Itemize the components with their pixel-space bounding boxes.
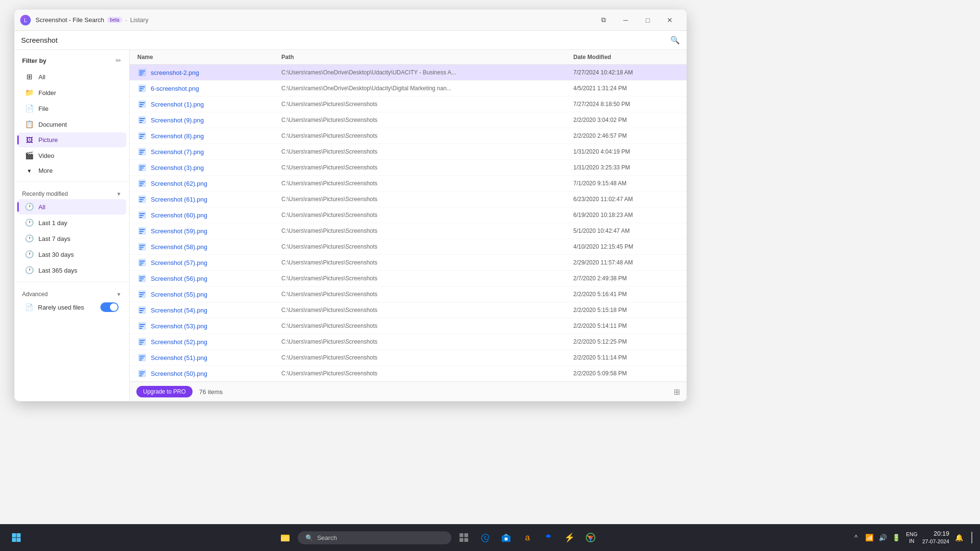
taskbar-chrome-icon[interactable]: [582, 529, 599, 546]
sidebar-item-folder[interactable]: 📁 Folder: [17, 85, 126, 100]
maximize-button[interactable]: □: [637, 12, 659, 28]
windows-start-button[interactable]: [8, 529, 25, 546]
sidebar-item-all-label: All: [38, 73, 45, 81]
table-row[interactable]: Screenshot (51).pngC:\Users\rames\Pictur…: [130, 350, 687, 366]
table-row[interactable]: Screenshot (60).pngC:\Users\rames\Pictur…: [130, 207, 687, 223]
svg-rect-15: [139, 122, 142, 123]
recently-modified-365days[interactable]: 🕐 Last 365 days: [17, 263, 126, 278]
result-date-cell: 2/2/2020 5:14:11 PM: [573, 323, 679, 329]
result-name-cell: Screenshot (60).png: [137, 210, 281, 220]
result-path-cell: C:\Users\rames\Pictures\Screenshots: [281, 164, 573, 171]
language-indicator[interactable]: ENG IN: [906, 531, 918, 545]
video-icon: 🎬: [25, 151, 34, 160]
recently-modified-1day-label: Last 1 day: [38, 219, 67, 227]
recently-modified-30days[interactable]: 🕐 Last 30 days: [17, 247, 126, 262]
result-date-cell: 2/2/2020 5:11:14 PM: [573, 354, 679, 361]
result-path-cell: C:\Users\rames\Pictures\Screenshots: [281, 291, 573, 298]
recently-modified-toggle[interactable]: ▼: [116, 191, 121, 197]
taskbar-task-view[interactable]: [455, 529, 472, 546]
result-name-cell: Screenshot (8).png: [137, 131, 281, 141]
tray-battery-icon[interactable]: 🔋: [892, 533, 901, 542]
recently-modified-7days[interactable]: 🕐 Last 7 days: [17, 231, 126, 246]
close-button[interactable]: ✕: [659, 12, 681, 28]
recently-modified-1day[interactable]: 🕐 Last 1 day: [17, 215, 126, 230]
svg-rect-31: [139, 185, 142, 186]
search-icon[interactable]: 🔍: [670, 36, 680, 45]
grid-view-icon[interactable]: ⊞: [674, 387, 680, 396]
snap-button[interactable]: ⧉: [593, 12, 615, 28]
file-name-text: Screenshot (53).png: [151, 323, 207, 330]
svg-rect-13: [139, 118, 145, 119]
filter-header: Filter by ✏: [14, 57, 129, 69]
taskbar-dropbox-icon[interactable]: [540, 529, 557, 546]
table-row[interactable]: 6-screenshot.pngC:\Users\rames\OneDrive\…: [130, 81, 687, 96]
file-type-icon: [137, 194, 147, 204]
advanced-toggle[interactable]: ▼: [116, 291, 121, 297]
file-name-text: 6-screenshot.png: [151, 85, 199, 92]
table-row[interactable]: Screenshot (62).pngC:\Users\rames\Pictur…: [130, 176, 687, 192]
minimize-button[interactable]: ─: [615, 12, 637, 28]
file-name-text: Screenshot (59).png: [151, 228, 207, 235]
taskbar-explorer-icon[interactable]: [277, 529, 294, 546]
table-row[interactable]: Screenshot (3).pngC:\Users\rames\Picture…: [130, 160, 687, 176]
main-search-input[interactable]: [21, 36, 666, 44]
show-desktop-icon[interactable]: [970, 532, 972, 543]
upgrade-button[interactable]: Upgrade to PRO: [136, 386, 193, 397]
table-row[interactable]: Screenshot (1).pngC:\Users\rames\Picture…: [130, 96, 687, 112]
table-row[interactable]: Screenshot (52).pngC:\Users\rames\Pictur…: [130, 334, 687, 350]
table-row[interactable]: Screenshot (7).pngC:\Users\rames\Picture…: [130, 144, 687, 160]
result-date-cell: 6/19/2020 10:18:23 AM: [573, 212, 679, 218]
taskbar-search-bar[interactable]: 🔍 Search: [298, 531, 451, 544]
svg-rect-27: [139, 169, 142, 170]
table-row[interactable]: Screenshot (53).pngC:\Users\rames\Pictur…: [130, 318, 687, 334]
notification-icon[interactable]: 🔔: [954, 533, 964, 542]
taskbar-edge-icon[interactable]: [476, 529, 494, 546]
sidebar-item-more[interactable]: ▼ More: [17, 164, 126, 178]
system-clock[interactable]: 20:19 27-07-2024: [922, 529, 949, 546]
filter-edit-icon[interactable]: ✏: [116, 57, 121, 64]
recently-modified-section: Recently modified ▼: [14, 186, 129, 199]
table-row[interactable]: screenshot-2.pngC:\Users\rames\OneDrive\…: [130, 65, 687, 81]
result-name-cell: Screenshot (52).png: [137, 337, 281, 347]
table-row[interactable]: Screenshot (50).pngC:\Users\rames\Pictur…: [130, 366, 687, 382]
result-path-cell: C:\Users\rames\Pictures\Screenshots: [281, 354, 573, 361]
taskbar-right: ^ 📶 🔊 🔋 ENG IN 20:19 27-07-2024 🔔: [851, 529, 972, 546]
taskbar-bolt-icon[interactable]: ⚡: [561, 529, 578, 546]
app-window: L Screenshot - File Search beta - Listar…: [14, 10, 687, 401]
file-type-icon: [137, 369, 147, 378]
table-row[interactable]: Screenshot (8).pngC:\Users\rames\Picture…: [130, 128, 687, 144]
svg-rect-75: [139, 359, 142, 360]
file-type-icon: [137, 131, 147, 141]
table-row[interactable]: Screenshot (57).pngC:\Users\rames\Pictur…: [130, 255, 687, 271]
tray-network-icon[interactable]: 📶: [865, 533, 874, 542]
svg-rect-49: [139, 261, 145, 262]
rarely-used-toggle[interactable]: [100, 302, 119, 312]
table-row[interactable]: Screenshot (55).pngC:\Users\rames\Pictur…: [130, 287, 687, 302]
file-name-text: Screenshot (1).png: [151, 101, 204, 108]
sidebar-item-picture[interactable]: 🖼 Picture: [17, 132, 126, 147]
sidebar-item-video[interactable]: 🎬 Video: [17, 148, 126, 163]
table-row[interactable]: Screenshot (61).pngC:\Users\rames\Pictur…: [130, 192, 687, 207]
table-row[interactable]: Screenshot (54).pngC:\Users\rames\Pictur…: [130, 302, 687, 318]
result-name-cell: Screenshot (62).png: [137, 179, 281, 188]
sidebar-item-document[interactable]: 📋 Document: [17, 117, 126, 132]
table-row[interactable]: Screenshot (56).pngC:\Users\rames\Pictur…: [130, 271, 687, 287]
svg-rect-25: [139, 166, 145, 167]
table-row[interactable]: Screenshot (58).pngC:\Users\rames\Pictur…: [130, 239, 687, 255]
sidebar-item-file[interactable]: 📄 File: [17, 101, 126, 116]
table-row[interactable]: Screenshot (9).pngC:\Users\rames\Picture…: [130, 112, 687, 128]
result-name-cell: Screenshot (50).png: [137, 369, 281, 378]
taskbar-amazon-icon[interactable]: a: [519, 529, 536, 546]
clock-icon-all: 🕐: [25, 203, 34, 211]
clock-icon-1day: 🕐: [25, 218, 34, 227]
result-date-cell: 6/23/2020 11:02:47 AM: [573, 196, 679, 203]
tray-arrow-icon[interactable]: ^: [851, 533, 861, 542]
result-date-cell: 2/2/2020 3:04:02 PM: [573, 117, 679, 123]
sidebar-item-all[interactable]: ⊞ All: [17, 69, 126, 84]
svg-rect-71: [139, 344, 142, 345]
taskbar-ms-store-icon[interactable]: [497, 529, 515, 546]
table-row[interactable]: Screenshot (59).pngC:\Users\rames\Pictur…: [130, 223, 687, 239]
recently-modified-all[interactable]: 🕐 All: [17, 199, 126, 215]
recently-modified-label: Recently modified: [22, 191, 68, 197]
tray-volume-icon[interactable]: 🔊: [878, 533, 888, 542]
